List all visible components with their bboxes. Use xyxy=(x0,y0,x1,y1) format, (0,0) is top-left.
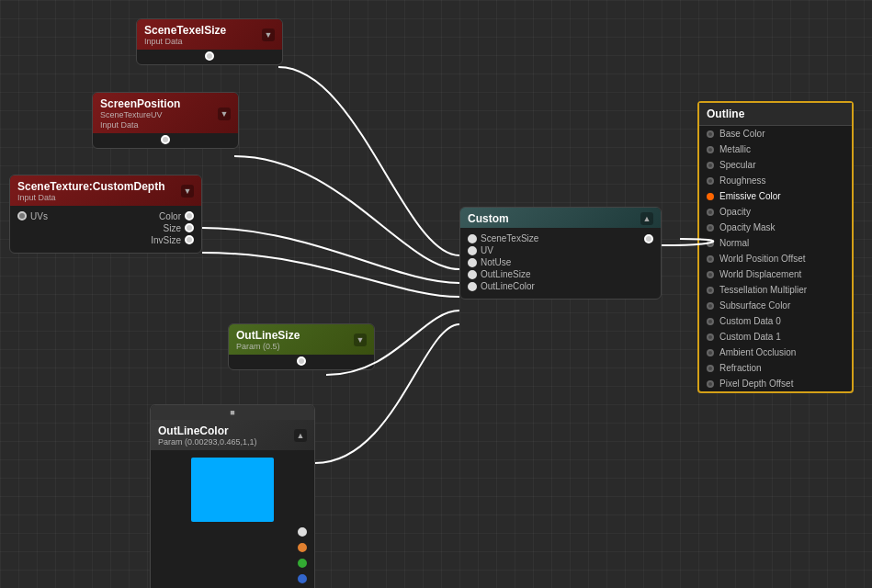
output-pin xyxy=(161,135,170,144)
outline-pin-normal xyxy=(707,240,714,247)
pin-row-invsize: InvSize xyxy=(17,235,194,245)
outline-item-tessellation-multiplier[interactable]: Tessellation Multiplier xyxy=(699,282,852,298)
node-title-scene-texture: SceneTexture:CustomDepth xyxy=(17,180,164,193)
color-preview-box xyxy=(191,458,274,522)
outline-item-metallic[interactable]: Metallic xyxy=(699,141,852,157)
node-title-outline-color: OutLineColor xyxy=(158,424,257,437)
node-collapse-arrow[interactable]: ▼ xyxy=(262,28,275,41)
outline-pin-custom-data-1 xyxy=(707,334,714,341)
outline-item-opacity[interactable]: Opacity xyxy=(699,204,852,220)
outline-item-refraction[interactable]: Refraction xyxy=(699,360,852,376)
outline-pin-roughness xyxy=(707,177,714,185)
output-pin-g xyxy=(298,559,307,568)
node-collapse-arrow[interactable]: ▲ xyxy=(294,429,307,442)
node-header-scene-texel-size: SceneTexelSize Input Data ▼ xyxy=(137,19,282,50)
outline-item-world-position-offset[interactable]: World Position Offset xyxy=(699,251,852,266)
node-body-custom: SceneTexSize UV NotUse OutLineSize xyxy=(460,228,661,299)
node-icon-area: ■ xyxy=(230,408,234,417)
outline-item-subsurface-color[interactable]: Subsurface Color xyxy=(699,298,852,313)
outline-pin-opacity-mask xyxy=(707,224,714,232)
input-pin-uv xyxy=(468,246,477,255)
outline-item-opacity-mask[interactable]: Opacity Mask xyxy=(699,220,852,235)
outline-item-ambient-occlusion[interactable]: Ambient Occlusion xyxy=(699,345,852,360)
node-subtitle-outline-size: Param (0.5) xyxy=(236,342,300,352)
outline-pin-opacity xyxy=(707,209,714,216)
node-output-connector xyxy=(229,355,374,369)
node-header-outline-color: OutLineColor Param (0.00293,0.465,1,1) ▲ xyxy=(151,420,314,450)
outline-pin-refraction xyxy=(707,365,714,372)
pin-label-invsize: InvSize xyxy=(151,235,181,245)
outline-item-base-color[interactable]: Base Color xyxy=(699,126,852,141)
wire-color-to-custom xyxy=(202,228,459,283)
outline-item-roughness[interactable]: Roughness xyxy=(699,173,852,188)
output-pin xyxy=(297,356,306,366)
outline-pin-emissive-color xyxy=(707,193,714,200)
outline-item-world-displacement[interactable]: World Displacement xyxy=(699,266,852,282)
node-subtitle-scene-texel-size: Input Data xyxy=(144,37,226,47)
node-scene-texel-size[interactable]: SceneTexelSize Input Data ▼ xyxy=(136,18,283,65)
pin-label-notuse: NotUse xyxy=(481,257,511,267)
pin-row-uvs: UVs Color xyxy=(17,211,194,221)
node-subtitle-outline-color: Param (0.00293,0.465,1,1) xyxy=(158,437,257,447)
outline-pin-world-displacement xyxy=(707,271,714,278)
outline-pin-subsurface-color xyxy=(707,302,714,310)
wire-screen-to-custom xyxy=(234,156,459,269)
node-title-screen-position: ScreenPosition xyxy=(100,97,180,110)
output-pin-rgb xyxy=(298,527,307,537)
node-collapse-arrow[interactable]: ▼ xyxy=(181,185,194,198)
pin-row-notuse: NotUse xyxy=(468,257,653,267)
outline-panel: Outline Base Color Metallic Specular Rou… xyxy=(697,101,854,393)
outline-item-custom-data-1[interactable]: Custom Data 1 xyxy=(699,329,852,345)
outline-item-pixel-depth-offset[interactable]: Pixel Depth Offset xyxy=(699,376,852,391)
node-title-scene-texel-size: SceneTexelSize xyxy=(144,24,226,37)
node-title-custom: Custom xyxy=(468,212,509,225)
node-output-connector xyxy=(137,50,282,64)
output-pin-invsize xyxy=(185,235,194,244)
outline-pin-tessellation-multiplier xyxy=(707,287,714,294)
outline-pin-custom-data-0 xyxy=(707,318,714,325)
output-pin-r xyxy=(298,543,307,552)
output-pin xyxy=(205,51,214,61)
wire-size-to-custom xyxy=(202,253,459,297)
node-collapse-arrow[interactable]: ▼ xyxy=(354,334,367,346)
node-body-outline-color xyxy=(151,450,314,588)
node-subtitle1-screen-position: SceneTextureUV xyxy=(100,110,180,120)
node-custom[interactable]: Custom ▲ SceneTexSize UV NotUse xyxy=(459,207,662,300)
output-pin-custom xyxy=(644,234,653,243)
outline-item-custom-data-0[interactable]: Custom Data 0 xyxy=(699,313,852,329)
outline-panel-title: Outline xyxy=(699,103,852,126)
outline-pin-base-color xyxy=(707,130,714,138)
input-pin-outline-size xyxy=(468,270,477,279)
pin-row-uv: UV xyxy=(468,245,653,255)
node-collapse-arrow[interactable]: ▼ xyxy=(218,107,231,120)
input-pin-uvs xyxy=(17,211,27,220)
output-pin-size xyxy=(185,223,194,232)
pin-label-scene-tex-size: SceneTexSize xyxy=(481,233,538,243)
wire-texel-to-custom xyxy=(278,67,459,255)
outline-item-normal[interactable]: Normal xyxy=(699,235,852,251)
pin-row-scene-tex-size: SceneTexSize xyxy=(468,233,653,243)
outline-pin-specular xyxy=(707,162,714,169)
node-subtitle-scene-texture: Input Data xyxy=(17,193,164,203)
outline-pin-metallic xyxy=(707,146,714,153)
outline-pin-ambient-occlusion xyxy=(707,349,714,356)
node-header-screen-position: ScreenPosition SceneTextureUV Input Data… xyxy=(93,93,238,133)
outline-item-emissive-color[interactable]: Emissive Color xyxy=(699,188,852,204)
node-collapse-arrow[interactable]: ▲ xyxy=(640,212,653,225)
outline-item-specular[interactable]: Specular xyxy=(699,157,852,173)
pin-label-outline-size: OutLineSize xyxy=(481,269,530,279)
pin-row-outline-size: OutLineSize xyxy=(468,269,653,279)
node-scene-texture-custom-depth[interactable]: SceneTexture:CustomDepth Input Data ▼ UV… xyxy=(9,175,202,254)
node-outline-color[interactable]: ■ OutLineColor Param (0.00293,0.465,1,1)… xyxy=(150,404,315,588)
output-pin-color xyxy=(185,211,194,220)
node-header-outline-size: OutLineSize Param (0.5) ▼ xyxy=(229,324,374,355)
node-header-scene-texture: SceneTexture:CustomDepth Input Data ▼ xyxy=(10,175,201,206)
node-subtitle2-screen-position: Input Data xyxy=(100,120,180,130)
pin-row-outline-color: OutLineColor xyxy=(468,281,653,291)
node-title-outline-size: OutLineSize xyxy=(236,329,300,342)
node-screen-position[interactable]: ScreenPosition SceneTextureUV Input Data… xyxy=(92,92,239,149)
node-output-connector xyxy=(93,133,238,148)
input-pin-notuse xyxy=(468,258,477,267)
node-outline-size[interactable]: OutLineSize Param (0.5) ▼ xyxy=(228,323,375,370)
pin-label-color: Color xyxy=(159,211,181,221)
